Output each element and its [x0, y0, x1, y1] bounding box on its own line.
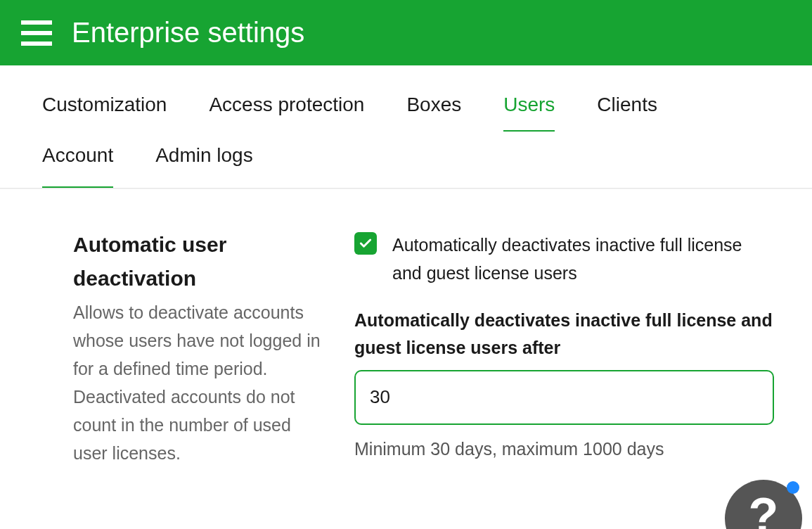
- days-field-label: Automatically deactivates inactive full …: [354, 307, 774, 362]
- section-info: Automatic user deactivation Allows to de…: [73, 228, 326, 467]
- tabs-row-primary: Customization Access protection Boxes Us…: [42, 65, 770, 132]
- check-icon: [359, 236, 373, 250]
- tab-admin-logs[interactable]: Admin logs: [155, 144, 253, 188]
- auto-deactivate-checkbox[interactable]: [354, 232, 377, 255]
- app-header: Enterprise settings: [0, 0, 812, 65]
- tab-access-protection[interactable]: Access protection: [209, 94, 364, 132]
- tabs-row-secondary: Account Admin logs: [42, 132, 770, 188]
- hamburger-menu-icon[interactable]: [21, 20, 52, 46]
- section-title: Automatic user deactivation: [73, 228, 326, 295]
- tab-users[interactable]: Users: [503, 94, 555, 132]
- content-area: Automatic user deactivation Allows to de…: [0, 189, 812, 467]
- section-form: Automatically deactivates inactive full …: [354, 228, 774, 459]
- section-description: Allows to deactivate accounts whose user…: [73, 298, 326, 467]
- checkbox-row: Automatically deactivates inactive full …: [354, 231, 774, 287]
- checkbox-label: Automatically deactivates inactive full …: [392, 231, 774, 287]
- question-mark-icon: ?: [749, 491, 779, 529]
- help-button[interactable]: ?: [725, 480, 802, 529]
- tab-customization[interactable]: Customization: [42, 94, 167, 132]
- days-input[interactable]: [354, 370, 774, 425]
- notification-dot-icon: [787, 481, 799, 494]
- tab-clients[interactable]: Clients: [597, 94, 657, 132]
- tab-boxes[interactable]: Boxes: [406, 94, 461, 132]
- page-title: Enterprise settings: [72, 17, 304, 49]
- tab-account[interactable]: Account: [42, 144, 113, 188]
- tabs-container: Customization Access protection Boxes Us…: [0, 65, 812, 189]
- days-input-hint: Minimum 30 days, maximum 1000 days: [354, 439, 774, 459]
